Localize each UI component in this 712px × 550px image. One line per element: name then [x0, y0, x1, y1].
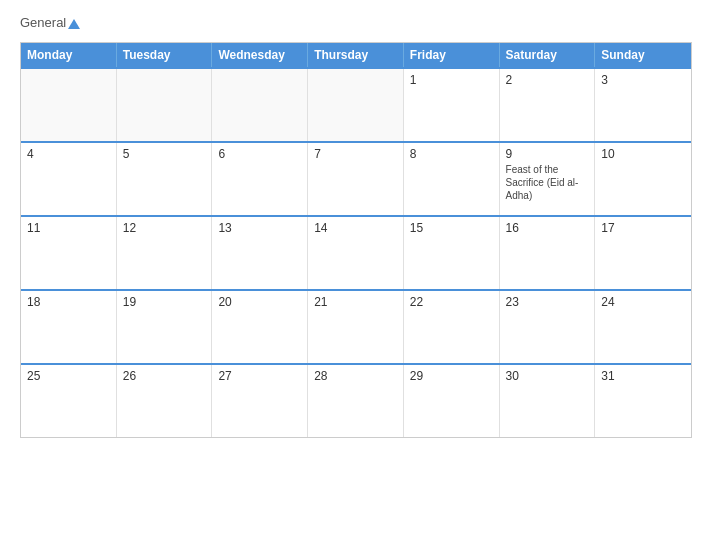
day-header-thursday: Thursday	[308, 43, 404, 67]
cell-date-number: 4	[27, 147, 110, 161]
calendar-cell: 14	[308, 217, 404, 289]
calendar-week-3: 11121314151617	[21, 215, 691, 289]
page: General MondayTuesdayWednesdayThursdayFr…	[0, 0, 712, 550]
cell-date-number: 14	[314, 221, 397, 235]
cell-date-number: 22	[410, 295, 493, 309]
calendar-cell	[117, 69, 213, 141]
cell-date-number: 1	[410, 73, 493, 87]
calendar-cell	[21, 69, 117, 141]
calendar-cell: 25	[21, 365, 117, 437]
cell-date-number: 19	[123, 295, 206, 309]
calendar-cell: 6	[212, 143, 308, 215]
cell-date-number: 21	[314, 295, 397, 309]
cell-date-number: 23	[506, 295, 589, 309]
cell-date-number: 3	[601, 73, 685, 87]
calendar-cell: 3	[595, 69, 691, 141]
calendar-cell: 1	[404, 69, 500, 141]
calendar-week-5: 25262728293031	[21, 363, 691, 437]
cell-date-number: 9	[506, 147, 589, 161]
cell-date-number: 27	[218, 369, 301, 383]
header: General	[20, 15, 692, 30]
day-header-saturday: Saturday	[500, 43, 596, 67]
calendar-week-4: 18192021222324	[21, 289, 691, 363]
calendar-cell: 13	[212, 217, 308, 289]
cell-date-number: 17	[601, 221, 685, 235]
cell-date-number: 8	[410, 147, 493, 161]
cell-date-number: 7	[314, 147, 397, 161]
cell-date-number: 29	[410, 369, 493, 383]
day-header-friday: Friday	[404, 43, 500, 67]
calendar-cell	[212, 69, 308, 141]
cell-date-number: 13	[218, 221, 301, 235]
calendar-cell: 12	[117, 217, 213, 289]
calendar-cell: 4	[21, 143, 117, 215]
cell-date-number: 15	[410, 221, 493, 235]
cell-date-number: 2	[506, 73, 589, 87]
cell-date-number: 20	[218, 295, 301, 309]
calendar-cell: 23	[500, 291, 596, 363]
calendar-cell: 18	[21, 291, 117, 363]
calendar-cell: 2	[500, 69, 596, 141]
calendar: MondayTuesdayWednesdayThursdayFridaySatu…	[20, 42, 692, 438]
calendar-cell: 20	[212, 291, 308, 363]
cell-date-number: 16	[506, 221, 589, 235]
cell-date-number: 30	[506, 369, 589, 383]
calendar-cell: 31	[595, 365, 691, 437]
logo-triangle-icon	[68, 19, 80, 29]
cell-date-number: 24	[601, 295, 685, 309]
calendar-cell: 28	[308, 365, 404, 437]
cell-date-number: 28	[314, 369, 397, 383]
calendar-cell: 5	[117, 143, 213, 215]
logo-general: General	[20, 15, 80, 30]
day-header-wednesday: Wednesday	[212, 43, 308, 67]
calendar-cell: 9Feast of the Sacrifice (Eid al-Adha)	[500, 143, 596, 215]
calendar-header: MondayTuesdayWednesdayThursdayFridaySatu…	[21, 43, 691, 67]
calendar-body: 123456789Feast of the Sacrifice (Eid al-…	[21, 67, 691, 437]
calendar-cell: 29	[404, 365, 500, 437]
day-header-sunday: Sunday	[595, 43, 691, 67]
calendar-cell: 7	[308, 143, 404, 215]
cell-date-number: 12	[123, 221, 206, 235]
calendar-cell	[308, 69, 404, 141]
calendar-cell: 27	[212, 365, 308, 437]
calendar-cell: 15	[404, 217, 500, 289]
calendar-cell: 22	[404, 291, 500, 363]
cell-date-number: 6	[218, 147, 301, 161]
calendar-cell: 16	[500, 217, 596, 289]
cell-date-number: 31	[601, 369, 685, 383]
calendar-cell: 19	[117, 291, 213, 363]
calendar-cell: 21	[308, 291, 404, 363]
day-header-tuesday: Tuesday	[117, 43, 213, 67]
calendar-week-2: 456789Feast of the Sacrifice (Eid al-Adh…	[21, 141, 691, 215]
calendar-cell: 11	[21, 217, 117, 289]
cell-date-number: 5	[123, 147, 206, 161]
calendar-cell: 8	[404, 143, 500, 215]
calendar-cell: 17	[595, 217, 691, 289]
calendar-cell: 24	[595, 291, 691, 363]
calendar-cell: 26	[117, 365, 213, 437]
cell-date-number: 26	[123, 369, 206, 383]
cell-date-number: 11	[27, 221, 110, 235]
day-header-monday: Monday	[21, 43, 117, 67]
cell-date-number: 18	[27, 295, 110, 309]
cell-date-number: 25	[27, 369, 110, 383]
calendar-week-1: 123	[21, 67, 691, 141]
calendar-cell: 30	[500, 365, 596, 437]
logo: General	[20, 15, 80, 30]
cell-event: Feast of the Sacrifice (Eid al-Adha)	[506, 163, 589, 202]
calendar-cell: 10	[595, 143, 691, 215]
cell-date-number: 10	[601, 147, 685, 161]
